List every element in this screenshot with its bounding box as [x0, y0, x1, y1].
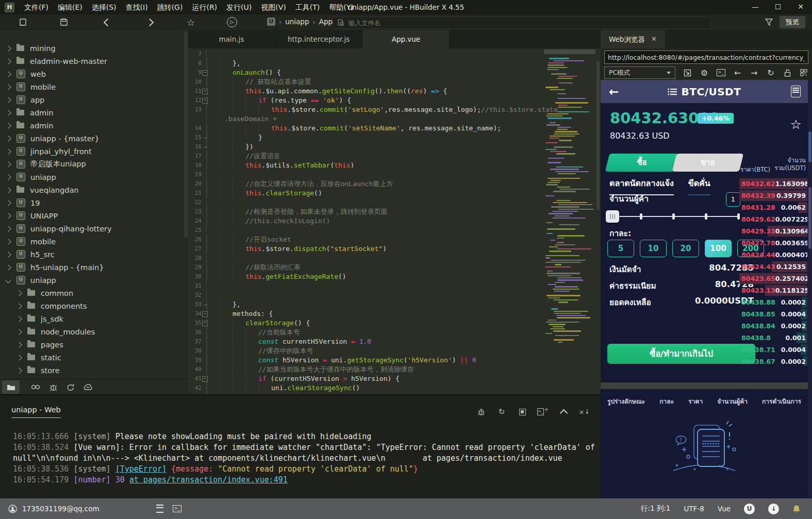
- code-line[interactable]: 21this.clearStorage(): [188, 189, 601, 198]
- tree-item[interactable]: Uuniapp: [0, 274, 188, 287]
- tree-chevron-icon[interactable]: [5, 187, 11, 193]
- menu-item[interactable]: 工具(T): [291, 0, 324, 14]
- clear-icon[interactable]: ×↓: [579, 407, 589, 417]
- tree-item[interactable]: vueqiangdan: [0, 183, 188, 196]
- search-panel-icon[interactable]: [27, 380, 44, 394]
- settings-gear-icon[interactable]: ⚙: [700, 68, 708, 77]
- tree-chevron-icon[interactable]: [5, 213, 11, 219]
- tree-chevron-icon[interactable]: [16, 303, 22, 309]
- favorite-star-icon[interactable]: ☆: [790, 117, 802, 132]
- device-mode-select[interactable]: PC模式: [604, 66, 675, 79]
- tree-chevron-icon[interactable]: [5, 97, 11, 103]
- code-line[interactable]: 29//获取法币的汇率: [188, 263, 601, 272]
- tree-item[interactable]: Uapp: [0, 93, 188, 106]
- code-line[interactable]: 17//设置语言: [188, 152, 601, 161]
- code-line[interactable]: 13this.$store.commit('setLogo',res.messa…: [188, 105, 601, 114]
- menu-item[interactable]: 视图(V): [256, 0, 291, 14]
- code-line[interactable]: 15}: [188, 133, 601, 142]
- amount-button[interactable]: 5: [607, 240, 634, 257]
- code-line[interactable]: 42uni.clearStorageSync(): [188, 383, 601, 393]
- syntax-mode[interactable]: Vue: [718, 505, 731, 513]
- amount-button[interactable]: 100: [705, 240, 732, 257]
- orderbook-row-bid[interactable]: 80438.840.0002: [739, 320, 807, 332]
- code-line[interactable]: 14this.$store.commit('setSiteName', res.…: [188, 124, 601, 133]
- tree-item[interactable]: Uuniapp: [0, 171, 188, 183]
- orderbook-row-ask[interactable]: 80431.280.0062: [739, 202, 807, 213]
- maximize-button[interactable]: ☐: [767, 0, 789, 14]
- tree-chevron-icon[interactable]: [5, 84, 11, 90]
- menu-item[interactable]: 发行(U): [222, 0, 256, 14]
- tree-chevron-icon[interactable]: [5, 226, 11, 231]
- list-icon[interactable]: [668, 88, 677, 95]
- fold-marker-icon[interactable]: −: [202, 376, 208, 382]
- tree-chevron-icon[interactable]: [5, 110, 11, 115]
- code-line[interactable]: 19: [188, 170, 601, 179]
- traders-slider[interactable]: [606, 209, 740, 224]
- code-line[interactable]: 32: [188, 291, 601, 300]
- url-bar[interactable]: [604, 51, 808, 64]
- notification-bell-icon[interactable]: [792, 505, 801, 513]
- restart-icon[interactable]: ↻: [496, 407, 507, 417]
- code-line[interactable]: 33},: [188, 300, 601, 309]
- code-line[interactable]: 20//自定义缓存清理方法，应放在onLaunch最上方: [188, 179, 601, 189]
- log-link[interactable]: [TypeError]: [115, 464, 167, 474]
- fold-marker-icon[interactable]: −: [202, 70, 208, 76]
- editor-tab[interactable]: main.js: [188, 30, 275, 48]
- tree-item[interactable]: common: [0, 287, 188, 299]
- tree-item[interactable]: Uh5-uniapp - {main}: [0, 261, 188, 274]
- tree-chevron-icon[interactable]: [5, 200, 11, 206]
- url-input[interactable]: [605, 54, 808, 61]
- code-line[interactable]: 39const h5Version = uni.getStorageSync('…: [188, 356, 601, 365]
- outline-icon[interactable]: [156, 505, 163, 513]
- stop-icon[interactable]: [517, 407, 527, 417]
- tree-item[interactable]: U帝启版本uniapp: [0, 158, 188, 171]
- run-icon[interactable]: ▷: [226, 16, 238, 28]
- code-line[interactable]: 31: [188, 281, 601, 291]
- code-line[interactable]: 26//开启socket: [188, 235, 601, 244]
- tree-chevron-icon[interactable]: [16, 367, 22, 373]
- menu-item[interactable]: 查找(I): [121, 0, 153, 14]
- amount-button[interactable]: 20: [672, 240, 699, 257]
- tree-item[interactable]: components: [0, 299, 188, 312]
- tree-chevron-icon[interactable]: [16, 329, 22, 334]
- reload-icon[interactable]: ↻: [766, 68, 775, 77]
- breadcrumb-project[interactable]: uniapp: [285, 18, 309, 26]
- tree-chevron-icon[interactable]: [16, 316, 22, 322]
- orders-doc-icon[interactable]: [791, 86, 801, 97]
- open-external-icon[interactable]: [683, 68, 692, 77]
- explorer-panel-icon[interactable]: [2, 380, 20, 394]
- nav-forward-icon[interactable]: →: [750, 68, 758, 77]
- orderbook-row-ask[interactable]: 80424.440.000407: [739, 249, 807, 261]
- tree-chevron-icon[interactable]: [5, 71, 11, 77]
- menu-item[interactable]: 选择(S): [87, 0, 121, 14]
- tree-chevron-icon[interactable]: [16, 342, 22, 347]
- orderbook-row-ask[interactable]: 80432.621.163098: [739, 178, 807, 190]
- code-line[interactable]: 34−methods: {: [188, 309, 601, 319]
- encoding[interactable]: UTF-8: [684, 505, 704, 513]
- tree-chevron-icon[interactable]: [5, 45, 11, 51]
- menu-item[interactable]: 帮助(Y): [324, 0, 358, 14]
- orderbook-row-ask[interactable]: 80423.130.118125: [739, 284, 807, 296]
- star-icon[interactable]: ☆: [185, 16, 197, 28]
- file-search-box[interactable]: [333, 16, 711, 29]
- tree-item[interactable]: Ujinpai_yhyl_front: [0, 145, 188, 158]
- tree-item[interactable]: U19: [0, 196, 188, 209]
- tree-item[interactable]: Uweb: [0, 68, 188, 80]
- code-line[interactable]: 27this.$store.dispatch("startSocket"): [188, 244, 601, 254]
- collapse-icon[interactable]: [558, 407, 569, 417]
- orderbook-row-bid[interactable]: 80438.880.0002: [739, 296, 807, 308]
- tree-chevron-icon[interactable]: [5, 264, 11, 270]
- tree-scrollbar[interactable]: [184, 31, 188, 237]
- traders-value[interactable]: 1: [726, 192, 740, 207]
- tree-chevron-icon[interactable]: [5, 252, 11, 257]
- orderbook-row-bid[interactable]: 80438.710.0004: [739, 344, 807, 356]
- forward-icon[interactable]: [143, 16, 156, 28]
- nav-back-icon[interactable]: ←: [733, 68, 742, 77]
- debug-panel-icon[interactable]: [44, 380, 62, 394]
- code-line[interactable]: 41−if (currentH5Version > h5Version) {: [188, 374, 601, 383]
- tree-item[interactable]: js_sdk: [0, 312, 188, 325]
- new-terminal-icon[interactable]: >_+: [538, 407, 548, 417]
- tree-item[interactable]: mining: [0, 42, 188, 55]
- close-button[interactable]: ✕: [789, 0, 812, 14]
- code-line[interactable]: 18this.$utils.setTabbar(this): [188, 161, 601, 170]
